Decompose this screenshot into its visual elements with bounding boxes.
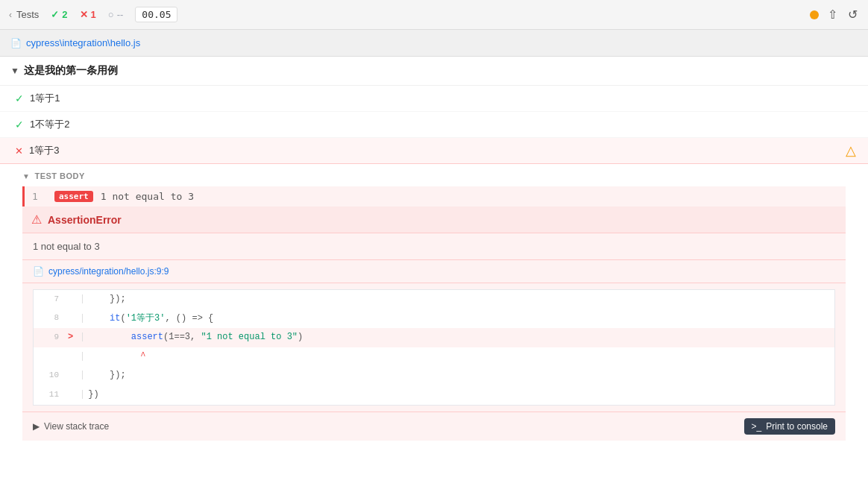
test-label-2: 1不等于2 [30,118,69,131]
line-number-10: 10 [41,368,59,383]
line-number-9: 9 [41,330,59,345]
fail-count: 1 [91,9,96,20]
code-text-7: }); [88,291,125,308]
error-title: AssertionError [48,214,122,226]
test-item-pass-1[interactable]: ✓ 1等于1 [0,86,868,112]
pass-count: 2 [62,9,67,20]
test-body-label: ▼ TEST BODY [22,171,846,180]
fail-stat: ✕ 1 [80,9,96,20]
line-number-11: 11 [41,388,59,403]
test-body-text: TEST BODY [34,171,84,180]
code-block: 7 | }); 8 | it('1等于3', () => { 9 > [33,289,835,406]
chevron-left-icon: ‹ [9,10,12,20]
x-icon: ✕ [80,9,88,20]
file-bar: 📄 cypress\integration\hello.js [0,30,868,57]
nav-back[interactable]: ‹ Tests [9,9,39,20]
line-number-7: 7 [41,292,59,307]
check-icon: ✓ [51,9,59,20]
code-text-11: }) [88,387,98,403]
assert-command-line[interactable]: 1 assert 1 not equal to 3 [22,186,846,206]
bottom-bar: ▶ View stack trace >_ Print to console [22,412,846,441]
print-console-label: Print to console [766,421,828,432]
file-icon: 📄 [10,38,22,48]
file-link-icon: 📄 [33,266,44,277]
code-line-10: 10 | }); [34,366,834,385]
status-dot [810,10,819,19]
timer: 00.05 [135,7,177,22]
error-arrow-icon: > [68,330,80,346]
test-label-3: 1等于3 [29,144,59,157]
pass-icon-1: ✓ [15,92,24,104]
upload-button[interactable]: ⇧ [826,6,839,23]
file-path[interactable]: cypress\integration\hello.js [26,37,140,48]
code-line-caret: | ^ [34,347,834,367]
tests-label: Tests [16,9,39,20]
pending-icon: ○ [108,9,114,20]
code-line-11: 11 | }) [34,385,834,405]
warning-icon: △ [846,142,856,159]
test-body-section: ▼ TEST BODY 1 assert 1 not equal to 3 ⚠ … [0,164,868,448]
code-line-8: 8 | it('1等于3', () => { [34,309,834,329]
pending-label: -- [117,9,124,20]
test-item-pass-2[interactable]: ✓ 1不等于2 [0,112,868,138]
caret-indicator: ^ [88,349,145,365]
suite-header: ▼ 这是我的第一条用例 [0,57,868,86]
pass-icon-2: ✓ [15,119,24,130]
print-console-button[interactable]: >_ Print to console [744,418,835,435]
test-fail-header[interactable]: ✕ 1等于3 △ [0,138,868,164]
refresh-button[interactable]: ↺ [846,6,859,23]
assert-badge: assert [54,191,93,202]
line-number-8: 8 [41,311,59,326]
error-file-ref: cypress/integration/hello.js:9:9 [48,266,169,277]
pass-stat: ✓ 2 [51,9,67,20]
fail-icon-3: ✕ [15,145,23,157]
test-body-chevron-icon: ▼ [22,172,30,180]
error-header: ⚠ AssertionError [22,206,846,233]
test-label-1: 1等于1 [30,92,60,105]
terminal-icon: >_ [752,421,762,432]
error-message-text: 1 not equal to 3 [22,233,846,260]
code-text-10: }); [88,368,125,384]
code-text-8: it('1等于3', () => { [88,311,213,327]
error-box: ⚠ AssertionError 1 not equal to 3 📄 cypr… [22,206,846,441]
chevron-right-icon: ▶ [33,421,40,432]
main-content: ▼ 这是我的第一条用例 ✓ 1等于1 ✓ 1不等于2 ✕ 1等于3 △ ▼ TE… [0,57,868,448]
pending-stat: ○ -- [108,9,124,20]
code-line-7: 7 | }); [34,290,834,309]
suite-title: 这是我的第一条用例 [24,64,118,78]
error-file-link[interactable]: 📄 cypress/integration/hello.js:9:9 [22,260,846,283]
top-bar: ‹ Tests ✓ 2 ✕ 1 ○ -- 00.05 ⇧ ↺ [0,0,868,30]
suite-chevron-icon: ▼ [10,66,19,76]
assert-line-num: 1 [32,191,47,202]
code-line-9: 9 > | assert(1==3, "1 not equal to 3") [34,328,834,347]
top-bar-actions: ⇧ ↺ [810,6,859,23]
assert-message: 1 not equal to 3 [101,191,194,202]
view-stack-trace-button[interactable]: ▶ View stack trace [33,421,109,432]
code-text-9: assert(1==3, "1 not equal to 3") [88,330,303,346]
error-circle-icon: ⚠ [31,212,42,227]
view-stack-label: View stack trace [44,421,109,432]
test-item-fail-wrapper: ✕ 1等于3 △ ▼ TEST BODY 1 assert 1 not equa… [0,138,868,448]
